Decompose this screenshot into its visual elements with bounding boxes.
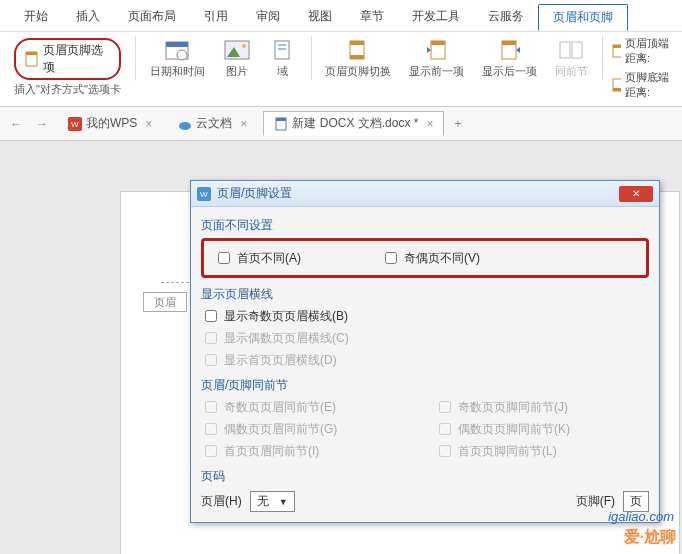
show-prev-button[interactable]: 显示前一项 [403, 36, 470, 81]
doc-icon [274, 117, 288, 131]
close-button[interactable]: ✕ [619, 186, 653, 202]
tab-insert[interactable]: 插入 [62, 4, 114, 31]
footer-bottom-margin[interactable]: 页脚底端距离: [611, 70, 674, 100]
menu-bar: 开始 插入 页面布局 引用 审阅 视图 章节 开发工具 云服务 页眉和页脚 [0, 0, 682, 32]
header-footer-options-button[interactable]: 页眉页脚选项 [14, 38, 121, 80]
new-tab[interactable]: + [450, 117, 465, 131]
first-page-diff-checkbox[interactable]: 首页不同(A) [214, 249, 301, 267]
show-next-button[interactable]: 显示后一项 [476, 36, 543, 81]
section-pagenum-title: 页码 [201, 468, 649, 485]
separator [311, 36, 312, 80]
calendar-icon [163, 38, 191, 62]
tab-view[interactable]: 视图 [294, 4, 346, 31]
picture-icon [223, 38, 251, 62]
same-prev-button[interactable]: 同前节 [549, 36, 594, 81]
margin-top-icon [611, 44, 621, 58]
dialog-body: 页面不同设置 首页不同(A) 奇偶页不同(V) 显示页眉横线 显示奇数页页眉横线… [191, 207, 659, 522]
switch-button[interactable]: 页眉页脚切换 [319, 36, 397, 81]
svg-rect-8 [275, 41, 289, 59]
ribbon: 页眉页脚选项 插入"对齐方式"选项卡 日期和时间 图片 域 页眉页脚切换 显示前… [0, 32, 682, 107]
tab-header-footer[interactable]: 页眉和页脚 [538, 4, 628, 31]
prev-icon [423, 38, 451, 62]
chevron-down-icon: ▼ [279, 497, 288, 507]
ribbon-options-group: 页眉页脚选项 插入"对齐方式"选项卡 [8, 36, 127, 99]
svg-marker-19 [516, 47, 520, 53]
ftr-first-checkbox: 首页页脚同前节(L) [435, 442, 649, 460]
cloud-icon [178, 117, 192, 131]
footer-pagenum-label: 页脚(F) [576, 493, 615, 510]
options-label: 页眉页脚选项 [43, 42, 111, 76]
svg-rect-15 [431, 41, 445, 45]
svg-point-28 [179, 122, 191, 130]
svg-text:W: W [71, 120, 79, 129]
svg-rect-23 [613, 45, 621, 48]
switch-icon [344, 38, 372, 62]
next-icon [496, 38, 524, 62]
tab-section[interactable]: 章节 [346, 4, 398, 31]
svg-rect-21 [572, 42, 582, 58]
section-line-title: 显示页眉横线 [201, 286, 649, 303]
tab-cloud[interactable]: 云服务 [474, 4, 538, 31]
line-even-checkbox: 显示偶数页页眉横线(C) [201, 329, 649, 347]
svg-marker-16 [427, 47, 431, 53]
hdr-first-checkbox: 首页页眉同前节(I) [201, 442, 415, 460]
header-label: 页眉 [143, 292, 187, 312]
section-same-title: 页眉/页脚同前节 [201, 377, 649, 394]
tab-dev[interactable]: 开发工具 [398, 4, 474, 31]
datetime-button[interactable]: 日期和时间 [144, 36, 211, 81]
tab-reference[interactable]: 引用 [190, 4, 242, 31]
margin-controls: 页眉顶端距离: 页脚底端距离: [611, 36, 674, 100]
nav-back[interactable]: ← [6, 117, 26, 131]
document-tabs: ← → W 我的WPS × 云文档 × 新建 DOCX 文档.docx * × … [0, 107, 682, 141]
svg-rect-3 [166, 42, 188, 47]
svg-rect-1 [26, 52, 37, 55]
watermark-url: igaliao.com [608, 509, 674, 524]
svg-point-4 [177, 50, 187, 60]
close-icon[interactable]: × [145, 117, 152, 131]
svg-rect-18 [502, 41, 516, 45]
svg-rect-20 [560, 42, 570, 58]
picture-button[interactable]: 图片 [217, 36, 257, 81]
header-footer-dialog: W 页眉/页脚设置 ✕ 页面不同设置 首页不同(A) 奇偶页不同(V) 显示页眉… [190, 180, 660, 523]
svg-point-7 [242, 44, 246, 48]
line-odd-checkbox[interactable]: 显示奇数页页眉横线(B) [201, 307, 649, 325]
nav-forward[interactable]: → [32, 117, 52, 131]
svg-rect-30 [276, 118, 286, 121]
field-button[interactable]: 域 [263, 36, 303, 81]
header-pagenum-label: 页眉(H) [201, 493, 242, 510]
app-icon: W [197, 187, 211, 201]
same-prev-icon [558, 38, 586, 62]
watermark-text: 爱·尬聊 [624, 527, 676, 548]
ftr-odd-checkbox: 奇数页页脚同前节(J) [435, 398, 649, 416]
section-diff-title: 页面不同设置 [201, 217, 649, 234]
doctab-wps[interactable]: W 我的WPS × [58, 112, 162, 135]
svg-rect-13 [350, 55, 364, 59]
close-icon[interactable]: × [240, 117, 247, 131]
separator [602, 36, 603, 80]
close-icon[interactable]: × [426, 117, 433, 131]
doctab-active[interactable]: 新建 DOCX 文档.docx * × [263, 111, 444, 136]
line-first-checkbox: 显示首页页眉横线(D) [201, 351, 649, 369]
dialog-title: 页眉/页脚设置 [217, 185, 613, 202]
svg-rect-25 [613, 88, 621, 91]
margin-bottom-icon [611, 78, 621, 92]
svg-text:W: W [200, 190, 208, 199]
tab-review[interactable]: 审阅 [242, 4, 294, 31]
header-top-margin[interactable]: 页眉顶端距离: [611, 36, 674, 66]
wps-icon: W [68, 117, 82, 131]
tab-layout[interactable]: 页面布局 [114, 4, 190, 31]
svg-rect-12 [350, 41, 364, 45]
hdr-even-checkbox: 偶数页页眉同前节(G) [201, 420, 415, 438]
field-icon [269, 38, 297, 62]
odd-even-diff-checkbox[interactable]: 奇偶页不同(V) [381, 249, 480, 267]
header-pagenum-select[interactable]: 无▼ [250, 491, 295, 512]
insert-align-caption: 插入"对齐方式"选项卡 [14, 82, 121, 97]
page-icon [24, 51, 39, 67]
separator [135, 36, 136, 80]
tab-start[interactable]: 开始 [10, 4, 62, 31]
hdr-odd-checkbox: 奇数页页眉同前节(E) [201, 398, 415, 416]
dialog-titlebar[interactable]: W 页眉/页脚设置 ✕ [191, 181, 659, 207]
ftr-even-checkbox: 偶数页页脚同前节(K) [435, 420, 649, 438]
doctab-cloud[interactable]: 云文档 × [168, 112, 257, 135]
diff-options-highlight: 首页不同(A) 奇偶页不同(V) [201, 238, 649, 278]
